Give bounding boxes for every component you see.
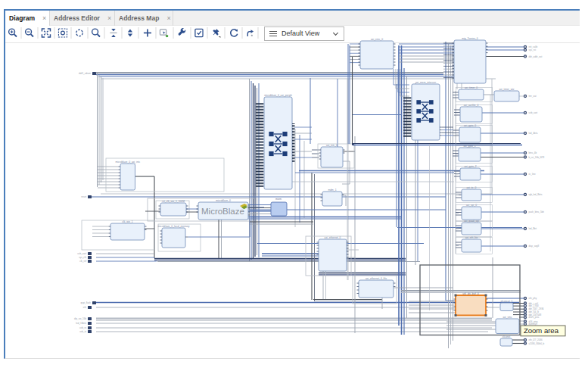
- svg-text:axi_gpio_2: axi_gpio_2: [465, 165, 477, 168]
- svg-text:usb_uart: usb_uart: [529, 111, 538, 114]
- svg-text:led_4bits: led_4bits: [529, 132, 539, 135]
- svg-text:eth_phy: eth_phy: [529, 297, 537, 300]
- svg-text:iic_line: iic_line: [529, 173, 537, 176]
- svg-text:axi_timer_wiz: axi_timer_wiz: [499, 88, 515, 91]
- svg-text:axi_timer_0: axi_timer_0: [465, 86, 478, 89]
- svg-text:axi_mem_intercon: axi_mem_intercon: [415, 81, 436, 84]
- svg-text:axi_quad_spi: axi_quad_spi: [464, 220, 479, 223]
- svg-text:tmr_out: tmr_out: [529, 95, 537, 98]
- svg-text:sys_clk: sys_clk: [79, 256, 86, 259]
- svg-text:usb_uart: usb_uart: [77, 252, 86, 255]
- svg-text:clk_ref: clk_ref: [79, 260, 86, 263]
- svg-text:clk_wiz_1: clk_wiz_1: [122, 220, 132, 223]
- svg-text:dip_sw_16b: dip_sw_16b: [74, 317, 86, 320]
- svg-text:microblaze_0: microblaze_0: [216, 199, 231, 202]
- svg-text:s2036_f34b0_b: s2036_f34b0_b: [529, 342, 545, 345]
- svg-text:usb_rx: usb_rx: [79, 326, 87, 329]
- svg-text:axi_smc: axi_smc: [502, 316, 512, 319]
- svg-text:mem: mem: [275, 198, 282, 201]
- svg-text:b_rst_16b_l678: b_rst_16b_l678: [529, 156, 545, 159]
- svg-text:usb_tx: usb_tx: [79, 330, 86, 333]
- svg-text:axi_emc_0: axi_emc_0: [371, 38, 383, 41]
- svg-text:eth_l27_2036: eth_l27_2036: [529, 338, 543, 341]
- svg-text:d125_pins: d125_pins: [529, 316, 540, 319]
- svg-text:rgb_led_8bits: rgb_led_8bits: [529, 193, 543, 196]
- svg-text:axi_intc_0: axi_intc_0: [326, 144, 338, 147]
- svg-text:microblaze_0_axi_periph: microblaze_0_axi_periph: [264, 94, 292, 97]
- svg-text:qspi_flash: qspi_flash: [80, 301, 91, 304]
- svg-text:axi_gpio_1: axi_gpio_1: [464, 145, 476, 148]
- svg-text:mig_7series_0: mig_7series_0: [462, 37, 478, 40]
- svg-text:Zoom area: Zoom area: [524, 326, 559, 335]
- svg-text:reset: reset: [81, 195, 86, 198]
- svg-text:axi_ethernet_0: axi_ethernet_0: [325, 236, 341, 239]
- svg-text:rst_clk_wiz_1_100M: rst_clk_wiz_1_100M: [162, 200, 185, 203]
- svg-text:push_btns_5bit: push_btns_5bit: [529, 210, 545, 214]
- svg-text:util_ds_buf_0: util_ds_buf_0: [462, 292, 478, 295]
- svg-text:btns_4b: btns_4b: [529, 151, 537, 154]
- svg-text:axi_ethernet_0_fifo: axi_ethernet_0_fifo: [366, 277, 387, 280]
- svg-text:microblaze_0_local_memory: microblaze_0_local_memory: [158, 225, 190, 228]
- svg-text:axi_uartlite_0: axi_uartlite_0: [464, 104, 479, 107]
- svg-text:disp_seg8: disp_seg8: [529, 245, 540, 248]
- svg-text:axi_gpio_0: axi_gpio_0: [464, 124, 476, 127]
- svg-text:ddr3_sdram: ddr3_sdram: [79, 72, 92, 75]
- svg-text:microblaze_0_axi_intc: microblaze_0_axi_intc: [115, 161, 140, 164]
- svg-text:led_16bits: led_16bits: [76, 322, 86, 325]
- svg-text:axi_iic_0: axi_iic_0: [467, 186, 477, 189]
- svg-text:led_8bit: led_8bit: [529, 227, 537, 230]
- svg-text:axi_spi_0: axi_spi_0: [466, 204, 477, 207]
- svg-text:sys_rst: sys_rst: [529, 48, 537, 51]
- svg-text:MicroBlaze: MicroBlaze: [201, 207, 244, 216]
- svg-text:xlconcat_1: xlconcat_1: [501, 300, 513, 303]
- svg-text:ddr_addr_out: ddr_addr_out: [529, 55, 543, 58]
- svg-text:eth: eth: [83, 306, 87, 309]
- svg-text:mdm_1: mdm_1: [328, 189, 337, 192]
- svg-text:axi_eth_lite: axi_eth_lite: [465, 236, 478, 239]
